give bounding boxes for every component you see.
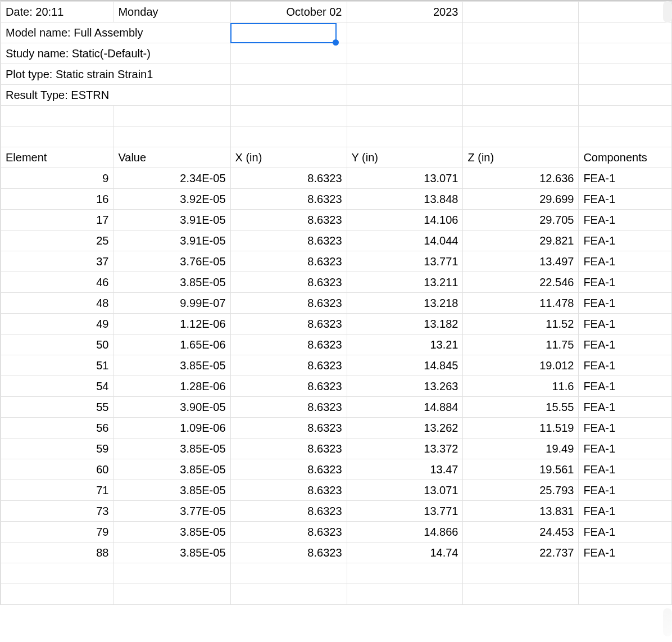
cell-components[interactable]: FEA-1 <box>579 397 672 418</box>
cell[interactable] <box>579 126 672 147</box>
cell[interactable]: October 02 <box>230 2 347 22</box>
cell-value[interactable]: 3.85E-05 <box>113 459 230 480</box>
cell[interactable]: Plot type: Static strain Strain1 <box>1 64 231 85</box>
cell-z[interactable]: 29.705 <box>463 210 579 230</box>
cell-element[interactable]: 16 <box>1 189 113 210</box>
cell-element[interactable]: 46 <box>1 272 113 293</box>
cell-element[interactable]: 9 <box>1 168 113 189</box>
cell-components[interactable]: FEA-1 <box>579 355 672 376</box>
cell[interactable] <box>230 126 347 147</box>
cell-value[interactable]: 3.90E-05 <box>113 397 230 418</box>
cell[interactable] <box>463 584 579 605</box>
spreadsheet-grid[interactable]: Date: 20:11MondayOctober 022023Model nam… <box>0 0 672 605</box>
cell[interactable] <box>347 43 463 64</box>
cell-x[interactable]: 8.6323 <box>230 293 347 314</box>
cell[interactable] <box>579 584 672 605</box>
cell-value[interactable]: 3.92E-05 <box>113 189 230 210</box>
cell[interactable] <box>579 43 672 64</box>
cell-x[interactable]: 8.6323 <box>230 314 347 334</box>
cell-value[interactable]: 9.99E-07 <box>113 293 230 314</box>
cell-x[interactable]: 8.6323 <box>230 480 347 501</box>
vertical-scrollbar-bottom[interactable] <box>663 608 672 636</box>
cell-z[interactable]: 13.831 <box>463 501 579 522</box>
cell[interactable]: Monday <box>113 2 230 22</box>
cell-components[interactable]: FEA-1 <box>579 542 672 563</box>
cell-z[interactable]: 11.52 <box>463 314 579 334</box>
cell-value[interactable]: 3.91E-05 <box>113 230 230 251</box>
cell[interactable] <box>463 85 579 106</box>
cell-components[interactable]: FEA-1 <box>579 438 672 459</box>
column-header[interactable]: X (in) <box>230 147 347 168</box>
cell-components[interactable]: FEA-1 <box>579 210 672 230</box>
cell-z[interactable]: 24.453 <box>463 522 579 542</box>
cell[interactable] <box>113 563 230 584</box>
cell-x[interactable]: 8.6323 <box>230 230 347 251</box>
cell[interactable] <box>463 106 579 126</box>
cell[interactable] <box>347 563 463 584</box>
cell-z[interactable]: 11.6 <box>463 376 579 397</box>
cell-components[interactable]: FEA-1 <box>579 334 672 355</box>
cell[interactable] <box>1 563 113 584</box>
cell-x[interactable]: 8.6323 <box>230 376 347 397</box>
cell[interactable] <box>463 563 579 584</box>
cell-x[interactable]: 8.6323 <box>230 251 347 272</box>
cell[interactable] <box>347 106 463 126</box>
cell-y[interactable]: 13.372 <box>347 438 463 459</box>
cell[interactable] <box>347 22 463 43</box>
cell-element[interactable]: 73 <box>1 501 113 522</box>
cell-z[interactable]: 13.497 <box>463 251 579 272</box>
cell[interactable] <box>463 126 579 147</box>
cell-element[interactable]: 49 <box>1 314 113 334</box>
cell-z[interactable]: 19.012 <box>463 355 579 376</box>
cell-components[interactable]: FEA-1 <box>579 480 672 501</box>
cell-z[interactable]: 22.546 <box>463 272 579 293</box>
cell-z[interactable]: 12.636 <box>463 168 579 189</box>
cell-value[interactable]: 1.09E-06 <box>113 418 230 438</box>
cell-element[interactable]: 25 <box>1 230 113 251</box>
cell[interactable] <box>1 106 113 126</box>
cell[interactable] <box>463 64 579 85</box>
cell-x[interactable]: 8.6323 <box>230 210 347 230</box>
cell-components[interactable]: FEA-1 <box>579 293 672 314</box>
cell-y[interactable]: 14.866 <box>347 522 463 542</box>
cell-y[interactable]: 14.106 <box>347 210 463 230</box>
cell-y[interactable]: 13.771 <box>347 501 463 522</box>
cell-element[interactable]: 17 <box>1 210 113 230</box>
cell-components[interactable]: FEA-1 <box>579 251 672 272</box>
cell-x[interactable]: 8.6323 <box>230 542 347 563</box>
cell-z[interactable]: 22.737 <box>463 542 579 563</box>
cell-components[interactable]: FEA-1 <box>579 522 672 542</box>
cell[interactable] <box>230 43 347 64</box>
cell[interactable] <box>113 106 230 126</box>
cell-components[interactable]: FEA-1 <box>579 501 672 522</box>
cell[interactable] <box>113 584 230 605</box>
cell[interactable] <box>579 85 672 106</box>
cell-element[interactable]: 48 <box>1 293 113 314</box>
column-header[interactable]: Y (in) <box>347 147 463 168</box>
vertical-scrollbar[interactable] <box>663 1 672 22</box>
cell-element[interactable]: 88 <box>1 542 113 563</box>
cell-value[interactable]: 3.85E-05 <box>113 542 230 563</box>
cell[interactable] <box>579 563 672 584</box>
cell-y[interactable]: 14.884 <box>347 397 463 418</box>
cell-z[interactable]: 29.821 <box>463 230 579 251</box>
cell-value[interactable]: 2.34E-05 <box>113 168 230 189</box>
cell-x[interactable]: 8.6323 <box>230 397 347 418</box>
cell-components[interactable]: FEA-1 <box>579 418 672 438</box>
cell-element[interactable]: 50 <box>1 334 113 355</box>
cell[interactable] <box>463 43 579 64</box>
cell[interactable] <box>230 22 347 43</box>
cell-element[interactable]: 71 <box>1 480 113 501</box>
cell-y[interactable]: 14.044 <box>347 230 463 251</box>
cell-value[interactable]: 1.12E-06 <box>113 314 230 334</box>
cell-z[interactable]: 11.478 <box>463 293 579 314</box>
cell-y[interactable]: 13.262 <box>347 418 463 438</box>
cell-y[interactable]: 14.74 <box>347 542 463 563</box>
cell-x[interactable]: 8.6323 <box>230 459 347 480</box>
cell-components[interactable]: FEA-1 <box>579 376 672 397</box>
cell-element[interactable]: 54 <box>1 376 113 397</box>
cell-element[interactable]: 56 <box>1 418 113 438</box>
cell-z[interactable]: 19.561 <box>463 459 579 480</box>
cell[interactable] <box>347 126 463 147</box>
cell-y[interactable]: 13.071 <box>347 168 463 189</box>
